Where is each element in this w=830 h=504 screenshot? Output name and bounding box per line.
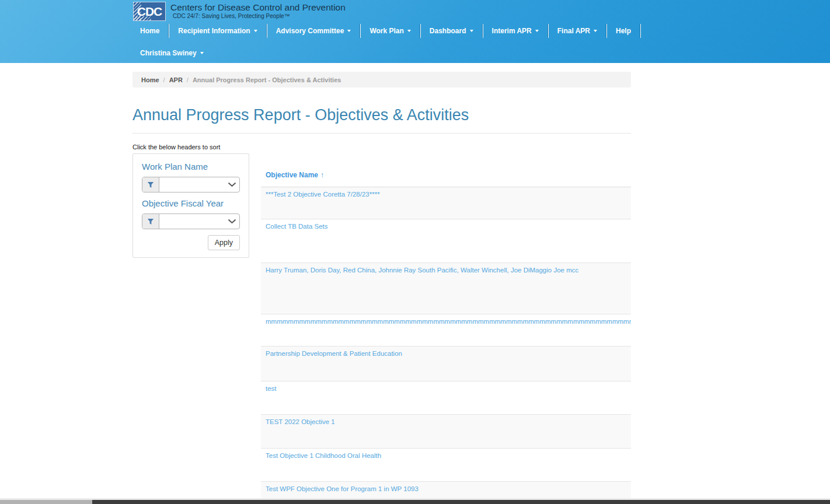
sort-hint-text: Click the below headers to sort — [132, 144, 631, 150]
objective-rows: ***Test 2 Objective Coretta 7/28/23**** … — [261, 187, 631, 504]
filter-addon[interactable] — [142, 214, 159, 229]
scrollbar-track[interactable] — [0, 500, 92, 504]
breadcrumb-apr[interactable]: APR — [169, 76, 183, 83]
breadcrumb-current: Annual Progress Report - Objectives & Ac… — [193, 76, 341, 83]
main-nav: Home Recipient Information Advisory Comm… — [0, 23, 830, 38]
horizontal-scrollbar[interactable] — [0, 498, 830, 504]
title-divider — [132, 133, 631, 134]
objective-link[interactable]: TEST 2022 Objective 1 — [261, 415, 631, 449]
objective-fiscal-year-value — [159, 214, 224, 229]
nav-item-home[interactable]: Home — [140, 27, 168, 35]
breadcrumb: Home / APR / Annual Progress Report - Ob… — [132, 72, 631, 88]
nav-item-final-apr[interactable]: Final APR — [549, 27, 606, 35]
objective-link[interactable]: Test Objective 1 Childhood Oral Health — [261, 449, 631, 482]
objective-link[interactable]: Partnership Development & Patient Educat… — [261, 346, 631, 382]
scrollbar-thumb[interactable] — [92, 500, 830, 504]
nav-divider — [640, 24, 641, 38]
agency-name: Centers for Disease Control and Preventi… — [170, 2, 346, 13]
select-chevron[interactable] — [224, 214, 239, 229]
apply-button[interactable]: Apply — [208, 235, 240, 250]
site-header: CDC Centers for Disease Control and Prev… — [0, 0, 830, 63]
objective-link[interactable]: mmmmmmmmmmmmmmmmmmmmmmmmmmmmmmmmmmmmmmmm… — [261, 314, 631, 346]
filter-funnel-icon — [147, 218, 154, 225]
cdc-logo[interactable]: CDC — [133, 2, 166, 21]
user-menu[interactable]: Christina Swiney — [140, 49, 212, 57]
page-content: Home / APR / Annual Progress Report - Ob… — [132, 72, 631, 504]
chevron-down-icon — [535, 30, 539, 32]
select-chevron[interactable] — [224, 177, 239, 192]
nav-item-advisory-committee[interactable]: Advisory Committee — [267, 27, 360, 35]
nav-item-work-plan[interactable]: Work Plan — [361, 27, 419, 35]
brand-row: CDC Centers for Disease Control and Prev… — [0, 0, 830, 23]
agency-tagline: CDC 24/7: Saving Lives, Protecting Peopl… — [173, 13, 346, 20]
work-plan-name-value — [159, 177, 224, 192]
chevron-down-icon — [407, 30, 411, 32]
apply-row: Apply — [142, 235, 240, 250]
sort-ascending-icon: ↑ — [320, 171, 324, 179]
objective-link[interactable]: test — [261, 382, 631, 415]
nav-item-dashboard[interactable]: Dashboard — [421, 27, 482, 35]
objective-link[interactable]: Collect TB Data Sets — [261, 219, 631, 263]
brand-text: Centers for Disease Control and Preventi… — [170, 2, 346, 20]
filter-funnel-icon — [147, 181, 154, 188]
objective-fiscal-year-select[interactable] — [142, 214, 240, 229]
objective-name-column-header[interactable]: Objective Name↑ — [261, 170, 631, 187]
nav-item-help[interactable]: Help — [607, 27, 640, 35]
objectives-table: Objective Name↑ ***Test 2 Objective Core… — [261, 170, 631, 504]
chevron-down-icon — [228, 219, 236, 224]
work-plan-name-label: Work Plan Name — [142, 162, 240, 172]
content-row: Work Plan Name Objective Fiscal Year — [132, 153, 631, 504]
nav-item-recipient-information[interactable]: Recipient Information — [169, 27, 266, 35]
chevron-down-icon — [347, 30, 351, 32]
page-title: Annual Progress Report - Objectives & Ac… — [132, 106, 631, 124]
breadcrumb-home[interactable]: Home — [141, 76, 159, 83]
objective-fiscal-year-label: Objective Fiscal Year — [142, 198, 240, 208]
nav-item-interim-apr[interactable]: Interim APR — [483, 27, 547, 35]
filter-addon[interactable] — [142, 177, 159, 192]
cdc-logo-text: CDC — [137, 5, 162, 19]
chevron-down-icon — [470, 30, 473, 32]
chevron-down-icon — [254, 30, 257, 32]
objective-link[interactable]: ***Test 2 Objective Coretta 7/28/23**** — [261, 187, 631, 219]
objective-link[interactable]: Harry Truman, Doris Day, Red China, John… — [261, 263, 631, 314]
breadcrumb-separator: / — [163, 76, 165, 83]
chevron-down-icon — [594, 30, 597, 32]
filter-panel: Work Plan Name Objective Fiscal Year — [132, 153, 249, 258]
work-plan-name-select[interactable] — [142, 177, 240, 192]
user-nav: Christina Swiney — [0, 46, 830, 61]
chevron-down-icon — [228, 182, 236, 187]
chevron-down-icon — [200, 52, 204, 54]
breadcrumb-separator: / — [187, 76, 189, 83]
